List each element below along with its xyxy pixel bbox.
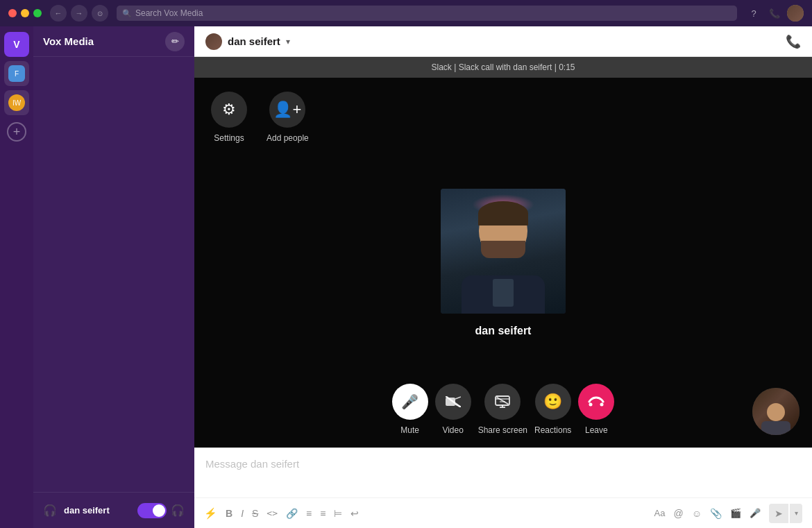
search-placeholder: Search Vox Media: [135, 8, 203, 18]
back-button[interactable]: ←: [50, 5, 67, 22]
message-placeholder: Message dan seifert: [205, 458, 299, 470]
send-button-group: ➤ ▾: [769, 504, 802, 523]
close-button[interactable]: [8, 9, 17, 17]
channel-header-phone[interactable]: 📞: [786, 34, 801, 49]
svg-line-1: [455, 397, 461, 399]
chat-toolbar: ⚡ B I S <> 🔗 ≡ ≡ ⊨ ↩ Aa @ ☺ 📎 🎬 🎤: [194, 497, 812, 528]
font-size-icon[interactable]: Aa: [654, 508, 666, 518]
call-window: Slack | Slack call with dan seifert | 0:…: [194, 57, 812, 448]
channel-panel: dan seifert ▾ 📞 Slack | Slack call with …: [194, 26, 812, 528]
link-icon[interactable]: 🔗: [286, 508, 298, 519]
footer-controls: 🎧: [137, 503, 185, 518]
video-message-icon[interactable]: 🎬: [730, 508, 741, 518]
mute-label: Mute: [400, 425, 419, 435]
help-icon[interactable]: ?: [745, 5, 762, 22]
titlebar-right: ? 📞: [745, 5, 804, 22]
leave-control[interactable]: Leave: [578, 384, 614, 435]
global-search[interactable]: 🔍 Search Vox Media: [117, 6, 737, 21]
video-control[interactable]: Video: [435, 384, 471, 435]
user-footer: 🎧 dan seifert 🎧: [33, 492, 194, 528]
channel-sidebar: Vox Media ✏ 🎧 dan seifert 🎧: [33, 26, 194, 528]
minimize-button[interactable]: [21, 9, 29, 17]
call-titlebar: Slack | Slack call with dan seifert | 0:…: [194, 57, 812, 78]
workspace-header: Vox Media ✏: [33, 26, 194, 57]
left-dock: V F IW +: [0, 26, 33, 528]
send-button[interactable]: ➤: [769, 504, 788, 523]
share-screen-label: Share screen: [478, 425, 527, 435]
attachment-icon[interactable]: 📎: [710, 508, 722, 519]
compose-button[interactable]: ✏: [165, 32, 185, 51]
settings-label: Settings: [214, 133, 244, 143]
reactions-label: Reactions: [534, 425, 571, 435]
headset-icon[interactable]: 🎧: [171, 504, 185, 517]
code-icon[interactable]: <>: [267, 508, 278, 518]
sidebar-channels: [33, 57, 194, 492]
call-top-controls: ⚙ Settings 👤+ Add people: [211, 92, 309, 143]
workspace-name: Vox Media: [43, 35, 94, 47]
history-button[interactable]: ⊙: [92, 5, 108, 22]
svg-line-9: [497, 398, 509, 404]
fullscreen-button[interactable]: [33, 9, 42, 17]
chat-input-area: Message dan seifert ⚡ B I S <> 🔗 ≡ ≡ ⊨ ↩…: [194, 448, 812, 528]
lightning-icon[interactable]: ⚡: [204, 507, 217, 520]
contact-avatar-header: [205, 33, 222, 50]
channel-contact-name: dan seifert: [228, 35, 280, 47]
channel-header: dan seifert ▾ 📞: [194, 26, 812, 57]
self-preview: [752, 388, 800, 435]
channel-contact-arrow[interactable]: ▾: [286, 37, 290, 46]
add-people-control[interactable]: 👤+ Add people: [267, 92, 309, 143]
list-icon[interactable]: ≡: [306, 508, 312, 519]
strikethrough-icon[interactable]: S: [252, 508, 258, 519]
emoji-icon[interactable]: ☺: [692, 508, 702, 519]
user-avatar[interactable]: [787, 5, 804, 22]
window-controls: [8, 9, 42, 17]
ordered-list-icon[interactable]: ≡: [320, 508, 325, 519]
leave-label: Leave: [585, 425, 608, 435]
audio-message-icon[interactable]: 🎤: [750, 508, 761, 518]
reactions-control[interactable]: 🙂 Reactions: [534, 384, 571, 435]
toolbar-right-icons: Aa @ ☺ 📎 🎬 🎤 ➤ ▾: [654, 504, 802, 523]
headphones-icon[interactable]: 🎧: [43, 504, 57, 517]
svg-point-10: [589, 403, 593, 407]
share-screen-icon: [495, 395, 510, 408]
share-screen-control[interactable]: Share screen: [478, 384, 527, 435]
call-bottom-controls: 🎤 Mute Video: [194, 384, 812, 435]
video-label: Video: [442, 425, 463, 435]
bold-icon[interactable]: B: [226, 508, 232, 519]
status-toggle[interactable]: [137, 503, 167, 518]
dock-icon-2[interactable]: IW: [4, 90, 29, 115]
send-options-button[interactable]: ▾: [790, 504, 802, 523]
forward-button[interactable]: →: [71, 5, 87, 22]
message-input-container[interactable]: Message dan seifert: [194, 448, 812, 497]
video-icon: [446, 396, 461, 407]
italic-icon[interactable]: I: [241, 508, 244, 519]
mute-control[interactable]: 🎤 Mute: [392, 384, 428, 435]
mention-icon[interactable]: @: [673, 508, 683, 519]
settings-control[interactable]: ⚙ Settings: [211, 92, 247, 143]
add-workspace-button[interactable]: +: [7, 122, 26, 142]
participant-video: [441, 189, 566, 314]
workspace-logo[interactable]: V: [4, 32, 29, 57]
search-icon: 🔍: [122, 9, 132, 18]
footer-username: dan seifert: [64, 505, 110, 516]
participant-name: dan seifert: [475, 325, 532, 337]
nav-buttons: ← → ⊙: [50, 5, 108, 22]
dock-icon-1[interactable]: F: [4, 61, 29, 86]
call-title: Slack | Slack call with dan seifert | 0:…: [432, 62, 575, 72]
call-icon[interactable]: 📞: [766, 5, 783, 22]
block-quote-icon[interactable]: ↩: [350, 508, 359, 519]
add-people-label: Add people: [267, 133, 309, 143]
call-body: ⚙ Settings 👤+ Add people: [194, 78, 812, 448]
indent-icon[interactable]: ⊨: [334, 508, 342, 519]
leave-icon: [588, 396, 604, 407]
svg-point-11: [600, 403, 604, 407]
